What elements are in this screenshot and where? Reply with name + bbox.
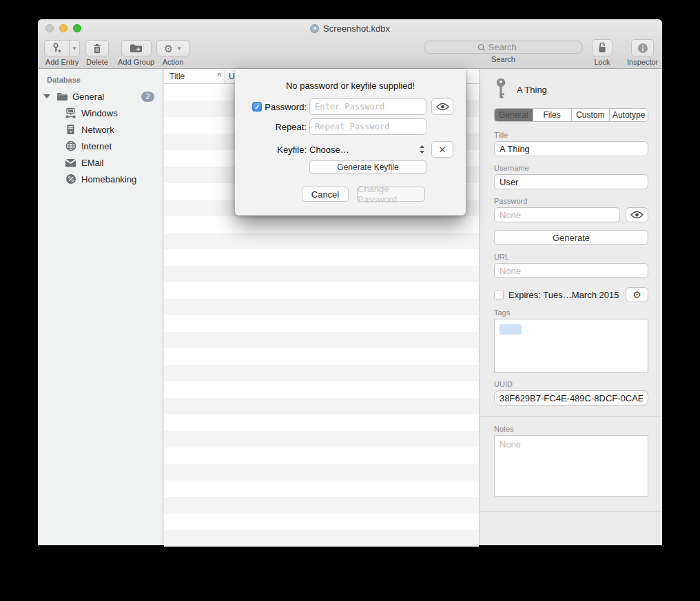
inspector-panel: A Thing General Files Custom Autotype Ti… — [480, 69, 662, 545]
generate-keyfile-button[interactable]: Generate Keyfile — [309, 160, 426, 173]
check-icon: ✓ — [254, 103, 260, 111]
generate-password-button[interactable]: Generate — [494, 230, 648, 245]
desktop-background: Screenshot.kdbx ▼ — [0, 0, 700, 601]
column-header-title[interactable]: Title ^ — [164, 69, 225, 83]
sidebar-item-windows[interactable]: Windows — [38, 105, 163, 121]
folder-icon — [56, 91, 68, 103]
sort-ascending-icon: ^ — [217, 72, 221, 80]
section-divider — [480, 511, 662, 512]
delete-label: Delete — [86, 58, 108, 66]
percent-circle-icon — [65, 173, 76, 185]
action-button[interactable]: ⚙ ▼ — [156, 40, 189, 56]
table-row[interactable] — [164, 431, 479, 447]
sidebar-item-homebanking[interactable]: Homebanking — [38, 171, 163, 187]
sidebar-item-label: Network — [81, 125, 114, 135]
gear-icon: ⚙ — [632, 290, 641, 299]
password-field[interactable] — [494, 207, 620, 222]
table-row[interactable] — [164, 266, 479, 282]
sidebar-item-label: Homebanking — [81, 174, 136, 184]
enter-password-input[interactable] — [309, 98, 426, 115]
table-row[interactable] — [164, 447, 479, 464]
password-field-label: Password — [494, 197, 648, 205]
lock-label: Lock — [594, 58, 610, 66]
inspector-button[interactable] — [631, 39, 654, 56]
close-x-icon: ✕ — [439, 145, 446, 155]
toolbar: ▼ Add Entry Delete — [38, 37, 662, 69]
change-password-sheet: No password or keyfile supplied! ✓ Passw… — [235, 69, 466, 215]
table-row[interactable] — [164, 414, 479, 431]
trash-icon — [92, 43, 102, 54]
globe-icon — [65, 140, 76, 152]
repeat-password-input[interactable] — [309, 118, 426, 135]
table-row[interactable] — [164, 398, 479, 414]
expires-options-button[interactable]: ⚙ — [626, 287, 648, 302]
tags-box[interactable] — [494, 319, 648, 373]
clear-keyfile-button[interactable]: ✕ — [431, 141, 453, 158]
tab-general[interactable]: General — [495, 109, 533, 121]
close-button[interactable] — [45, 24, 54, 32]
minimize-button[interactable] — [59, 24, 68, 32]
password-enable-checkbox[interactable]: ✓ — [252, 102, 262, 112]
column-title-label: Title — [169, 72, 185, 81]
table-row[interactable] — [164, 216, 479, 233]
table-row[interactable] — [164, 530, 479, 547]
tab-files[interactable]: Files — [533, 109, 572, 121]
add-entry-button[interactable] — [44, 40, 69, 56]
sidebar-item-email[interactable]: EMail — [38, 154, 163, 171]
key-plus-icon — [52, 43, 62, 54]
add-group-label: Add Group — [118, 58, 154, 66]
table-row[interactable] — [164, 299, 479, 315]
search-input-field[interactable] — [424, 41, 583, 54]
table-row[interactable] — [164, 332, 479, 348]
search-input[interactable] — [488, 42, 530, 52]
table-row[interactable] — [164, 464, 479, 481]
sidebar-item-internet[interactable]: Internet — [38, 138, 163, 154]
add-entry-label: Add Entry — [45, 58, 79, 66]
add-entry-dropdown-button[interactable]: ▼ — [69, 40, 80, 56]
inspector-tabs: General Files Custom Autotype — [494, 108, 648, 122]
disclosure-triangle-icon[interactable] — [43, 94, 50, 98]
username-field[interactable] — [494, 174, 648, 189]
title-bar[interactable]: Screenshot.kdbx — [38, 19, 662, 37]
change-password-button[interactable]: Change Password — [357, 187, 425, 202]
lock-button[interactable] — [592, 39, 612, 56]
inspector-label: Inspector — [627, 58, 658, 66]
sidebar-item-network[interactable]: Network — [38, 121, 163, 138]
url-field-label: URL — [494, 253, 648, 261]
table-row[interactable] — [164, 315, 479, 332]
table-row[interactable] — [164, 381, 479, 398]
delete-button[interactable] — [85, 40, 109, 56]
zoom-button[interactable] — [73, 24, 81, 32]
window-title-wrap: Screenshot.kdbx — [310, 23, 390, 34]
table-row[interactable] — [164, 249, 479, 266]
table-row[interactable] — [164, 348, 479, 365]
sidebar-item-general[interactable]: General 2 — [38, 88, 163, 105]
dialog-repeat-label: Repeat: — [275, 122, 307, 132]
info-icon — [637, 43, 648, 54]
url-field[interactable] — [494, 263, 648, 278]
expires-checkbox[interactable] — [494, 290, 504, 299]
table-row[interactable] — [164, 481, 479, 497]
reveal-password-button[interactable] — [626, 207, 648, 222]
reveal-password-button[interactable] — [431, 98, 453, 115]
keyfile-popup-button[interactable]: Choose… — [309, 141, 426, 158]
tag-pill[interactable] — [500, 324, 522, 335]
title-field[interactable] — [494, 141, 648, 156]
entry-count-badge: 2 — [141, 92, 154, 102]
notes-field[interactable] — [494, 435, 648, 497]
table-row[interactable] — [164, 497, 479, 514]
section-divider — [480, 416, 662, 417]
table-row[interactable] — [164, 282, 479, 299]
uuid-field[interactable] — [494, 390, 648, 405]
add-group-button[interactable] — [121, 40, 152, 56]
tab-custom[interactable]: Custom — [572, 109, 610, 121]
cancel-button[interactable]: Cancel — [302, 187, 349, 202]
search-label: Search — [491, 55, 515, 63]
table-row[interactable] — [164, 233, 479, 249]
tab-autotype[interactable]: Autotype — [610, 109, 648, 121]
column-header-username[interactable]: U — [225, 69, 235, 83]
sidebar: Database General 2 — [38, 69, 163, 545]
dialog-message: No password or keyfile supplied! — [235, 81, 466, 91]
table-row[interactable] — [164, 365, 479, 381]
table-row[interactable] — [164, 514, 479, 530]
